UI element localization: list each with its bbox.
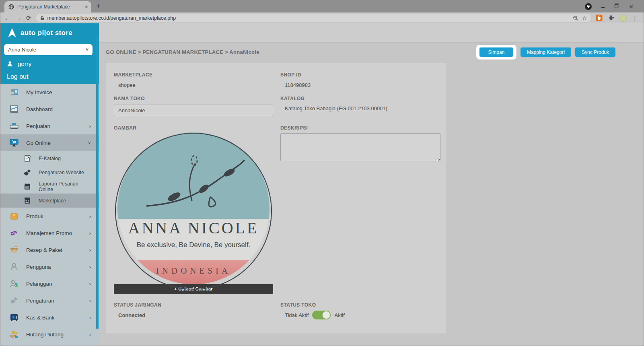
sidebar-item-label: Dashboard [26, 106, 84, 112]
minimize-button[interactable]: – [601, 4, 605, 10]
storefront-icon [23, 197, 32, 204]
mortar-pestle-icon [9, 246, 19, 254]
browser-window: Pengaturan Marketplace × + – × ← → ⟳ mem… [0, 0, 644, 346]
botanical-branch-art [143, 152, 247, 212]
sidebar-menu: My Invoice Dashboard Penjualan › [0, 84, 99, 343]
sidebar-item-label: Pengaturan Website [39, 170, 91, 175]
zoom-icon[interactable] [573, 15, 578, 21]
chevron-right-icon: › [89, 315, 91, 321]
sidebar-subitem-laporan-pesanan-online[interactable]: Laporan Pesanan Online [0, 179, 99, 194]
sidebar-item-pengguna[interactable]: Pengguna › [0, 258, 99, 275]
sidebar-item-label: Pengguna [26, 264, 82, 270]
status-toko-toggle-row: Tidak Aktif Aktif [285, 311, 345, 319]
deskripsi-textarea[interactable] [280, 133, 440, 161]
chevron-right-icon: › [89, 298, 91, 304]
sidebar-scrollbar[interactable] [96, 35, 99, 329]
hand-coins-icon [9, 330, 19, 338]
sidebar-item-label: My Invoice [26, 89, 84, 95]
user-row[interactable]: gerry [7, 60, 31, 67]
nama-toko-input[interactable] [114, 105, 273, 116]
deskripsi-label: DESKRIPSI [280, 125, 308, 131]
sidebar-item-pengaturan[interactable]: Pengaturan › [0, 292, 99, 309]
new-tab-button[interactable]: + [96, 2, 101, 10]
sidebar-item-my-invoice[interactable]: My Invoice [0, 84, 99, 101]
padlock-icon [40, 16, 44, 21]
sidebar-item-label: Manajemen Promo [26, 230, 82, 236]
tab-close-icon[interactable]: × [85, 4, 88, 10]
status-toko-toggle[interactable] [312, 311, 331, 319]
browser-menu-icon[interactable]: ⋮ [632, 14, 638, 22]
sidebar-item-go-online[interactable]: Go Online ˅ [0, 134, 99, 151]
sidebar-item-hutang-piutang[interactable]: Hutang Piutang › [0, 326, 99, 343]
sidebar-item-manajemen-promo[interactable]: % Manajemen Promo › [0, 224, 99, 241]
sidebar-subitem-marketplace[interactable]: Marketplace [0, 194, 99, 208]
sidebar-item-penjualan[interactable]: Penjualan › [0, 117, 99, 134]
chevron-right-icon: › [89, 230, 91, 236]
bookmark-star-icon[interactable]: ☆ [582, 15, 587, 21]
product-box-icon [9, 212, 19, 220]
shop-id-value: 118498983 [285, 82, 311, 88]
store-selector[interactable]: Anna Nicole ˅ [4, 44, 93, 55]
close-window-button[interactable]: × [629, 3, 633, 10]
logout-link[interactable]: Log out [7, 73, 28, 80]
sidebar-item-label: E-Katalog [39, 156, 91, 161]
tab-title: Pengaturan Marketplace [17, 4, 85, 10]
sync-produk-button[interactable]: Sync Produk [575, 47, 615, 57]
app-logo: auto pi|ot store [7, 28, 72, 38]
browser-toolbar: ← → ⟳ member.autopilotstore.co.id/pengat… [0, 12, 644, 24]
sidebar-item-label: Hutang Piutang [26, 332, 82, 338]
titlebar-badge-icon[interactable] [585, 3, 592, 10]
chevron-right-icon: › [89, 213, 91, 219]
shopping-extension-icon[interactable] [596, 14, 603, 21]
sidebar-item-label: Penjualan [26, 123, 82, 129]
marketplace-value: shopee [118, 82, 136, 88]
cash-register-icon [9, 122, 19, 130]
sidebar-item-label: Marketplace [39, 198, 91, 204]
sidebar-item-pelanggan[interactable]: Pelanggan › [0, 275, 99, 292]
sidebar-item-label: Pelanggan [26, 281, 82, 287]
nama-toko-label: NAMA TOKO [114, 96, 145, 101]
back-button[interactable]: ← [4, 14, 10, 21]
monitor-cart-icon [9, 139, 19, 147]
catalog-icon [23, 155, 32, 162]
sidebar-header: auto pi|ot store Anna Nicole ˅ gerry Log… [0, 23, 99, 84]
mapping-kategori-button[interactable]: Mapping Kategori [521, 47, 571, 57]
save-button[interactable]: Simpan [479, 47, 513, 57]
action-buttons: Simpan Mapping Kategori Sync Produk [476, 45, 615, 60]
sidebar-item-produk[interactable]: Produk › [0, 208, 99, 224]
toggle-off-label: Tidak Aktif [285, 312, 309, 318]
chevron-down-icon: ˅ [86, 47, 88, 53]
sidebar-subitem-pengaturan-website[interactable]: Pengaturan Website [0, 165, 99, 179]
sidebar-subitem-e-katalog[interactable]: E-Katalog [0, 151, 99, 165]
status-jaringan-label: STATUS JARINGAN [114, 302, 161, 308]
browser-avatar[interactable] [619, 14, 627, 22]
shop-logo-image: ANNA NICOLE Be exclusive, Be Devine, Be … [114, 132, 273, 294]
username: gerry [18, 60, 31, 67]
restore-button[interactable] [614, 3, 619, 10]
gears-icon [23, 169, 32, 176]
sidebar-item-label: Go Online [26, 140, 80, 146]
toggle-knob [322, 311, 330, 319]
reload-button[interactable]: ⟳ [26, 14, 31, 22]
main-content: GO ONLINE > PENGATURAN MARKETPLACE > Ann… [99, 23, 644, 346]
katalog-value: Katalog Toko Bahagia (EG.001.2103.00001) [285, 105, 387, 111]
upload-gambar-button[interactable]: + Upload Gambar [114, 284, 273, 294]
chevron-right-icon: › [89, 123, 91, 129]
invoice-icon [9, 88, 19, 96]
sidebar-item-dashboard[interactable]: Dashboard [0, 101, 99, 117]
browser-tab[interactable]: Pengaturan Marketplace × [4, 1, 91, 12]
sidebar-item-resep-paket[interactable]: Resep & Paket › [0, 241, 99, 258]
chevron-right-icon: › [89, 264, 91, 270]
shop-logo-tagline: Be exclusive, Be Devine, Be yourself. [114, 241, 273, 249]
tab-strip: Pengaturan Marketplace × + – × [0, 0, 644, 12]
url-text: member.autopilotstore.co.id/pengaturan_m… [47, 15, 570, 21]
chevron-right-icon: › [89, 281, 91, 287]
calendar-icon [23, 183, 32, 190]
forward-button[interactable]: → [15, 14, 21, 21]
app-header-bar [99, 23, 644, 43]
extensions-puzzle-icon[interactable] [608, 15, 614, 21]
sidebar-item-kas-bank[interactable]: Kas & Bank › [0, 309, 99, 326]
sidebar-item-label: Laporan Pesanan Online [39, 181, 91, 192]
address-bar[interactable]: member.autopilotstore.co.id/pengaturan_m… [36, 14, 591, 22]
shop-logo-country: INDONESIA [114, 266, 273, 276]
